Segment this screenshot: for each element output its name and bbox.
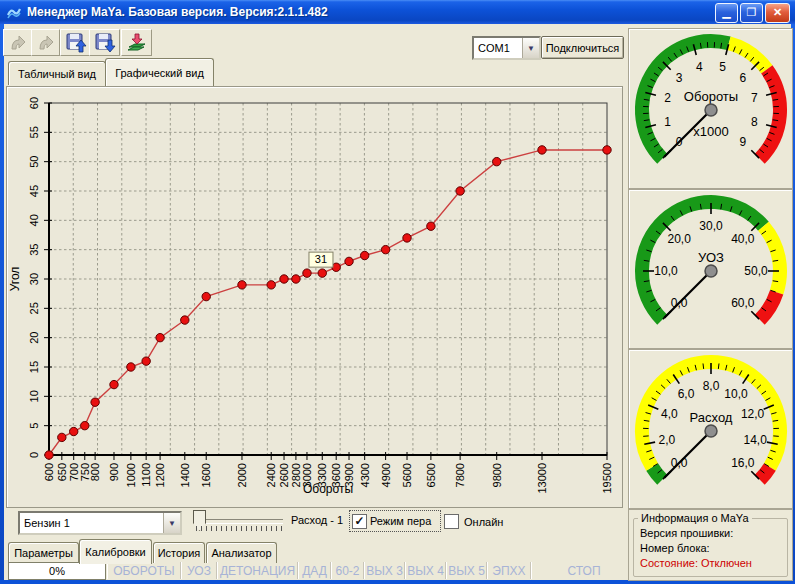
redo-button[interactable] — [31, 29, 60, 56]
data-point — [303, 269, 311, 277]
app-window: { "window": { "title": "Менеджер MaYa. Б… — [0, 0, 795, 584]
consumption-gauge: 0,02,04,06,08,010,012,014,016,0Расход — [629, 350, 790, 506]
svg-text:600: 600 — [43, 463, 55, 481]
data-point — [403, 234, 411, 242]
window-title: Менеджер MaYa. Базовая версия. Версия:2.… — [27, 5, 328, 19]
data-point — [142, 357, 150, 365]
status-bar: ОБОРОТЫ УОЗ ДЕТОНАЦИЯ ДАД 60-2 ВЫХ 3 ВЫХ… — [107, 562, 637, 579]
chevron-down-icon[interactable]: ▼ — [163, 513, 180, 533]
pen-mode-checkbox[interactable]: ✓ Режим пера — [350, 511, 440, 531]
svg-text:x1000: x1000 — [693, 124, 728, 139]
gauge-uoz-panel: 0,010,020,030,040,050,060,0УОЗ — [628, 189, 793, 349]
svg-text:Угол: Угол — [8, 267, 22, 292]
online-checkbox-box[interactable] — [444, 514, 459, 529]
svg-text:14,0: 14,0 — [743, 433, 767, 447]
svg-text:Обороты: Обороты — [303, 482, 353, 496]
write-to-device-button[interactable] — [89, 29, 120, 56]
data-point — [456, 187, 464, 195]
online-label: Онлайн — [464, 516, 503, 528]
svg-text:1400: 1400 — [179, 463, 191, 487]
data-point — [156, 333, 164, 341]
tab-history[interactable]: История — [153, 542, 205, 563]
data-point — [381, 245, 389, 253]
svg-text:30,0: 30,0 — [699, 219, 723, 233]
apply-button[interactable] — [121, 29, 152, 56]
tab-graph-view[interactable]: Графический вид — [105, 58, 214, 86]
svg-text:35: 35 — [28, 244, 40, 256]
undo-button[interactable] — [3, 29, 32, 56]
svg-text:7: 7 — [751, 91, 758, 105]
tab-analyzer[interactable]: Анализатор — [206, 542, 277, 563]
data-point — [292, 275, 300, 283]
close-button[interactable]: ✕ — [765, 3, 790, 23]
calibration-curve-chart[interactable]: 6006507007508009001000110012001400160020… — [7, 87, 620, 505]
svg-text:Расход: Расход — [690, 410, 733, 425]
chevron-down-icon[interactable]: ▼ — [522, 38, 539, 58]
svg-text:31: 31 — [315, 253, 327, 265]
svg-text:6: 6 — [739, 71, 746, 85]
svg-text:650: 650 — [56, 463, 68, 481]
status-item-ephh: ЭПХХ — [487, 562, 531, 579]
svg-text:6,0: 6,0 — [678, 387, 695, 401]
app-logo-icon — [6, 4, 22, 20]
svg-text:4900: 4900 — [380, 463, 392, 487]
svg-text:30: 30 — [28, 273, 40, 285]
data-point — [127, 363, 135, 371]
consumption-slider-track[interactable] — [200, 519, 283, 524]
svg-text:2: 2 — [664, 91, 671, 105]
connect-button[interactable]: Подключиться — [541, 36, 624, 59]
connection-state-label: Состояние: Отключен — [640, 557, 752, 569]
data-point — [58, 433, 66, 441]
info-panel: Информация о MaYa Версия прошивки: Номер… — [628, 509, 793, 581]
svg-text:55: 55 — [28, 126, 40, 138]
svg-text:10,0: 10,0 — [724, 387, 748, 401]
gauge-needle — [664, 271, 711, 318]
calibration-chart-panel: 6006507007508009001000110012001400160020… — [6, 86, 623, 508]
gauge-consumption-panel: 0,02,04,06,08,010,012,014,016,0Расход — [628, 349, 793, 509]
svg-text:60,0: 60,0 — [731, 296, 755, 310]
svg-text:25: 25 — [28, 302, 40, 314]
online-checkbox[interactable]: Онлайн — [444, 514, 503, 529]
svg-text:10: 10 — [28, 390, 40, 402]
com-port-select[interactable]: COM1 ▼ — [472, 36, 541, 60]
pen-mode-checkbox-box[interactable]: ✓ — [352, 514, 367, 529]
window-border-left — [0, 24, 4, 584]
data-point — [267, 281, 275, 289]
svg-text:10,0: 10,0 — [654, 264, 678, 278]
data-point — [345, 257, 353, 265]
gauge-hub — [705, 425, 717, 437]
read-from-device-button[interactable] — [60, 29, 91, 56]
gauge-rpm-panel: 0123456789Оборотыx1000 — [628, 28, 793, 189]
tab-parameters[interactable]: Параметры — [8, 542, 79, 563]
status-item-out5: ВЫХ 5 — [446, 562, 487, 579]
maximize-button[interactable]: ❐ — [740, 3, 763, 23]
svg-text:12,0: 12,0 — [741, 407, 765, 421]
tab-table-view[interactable]: Табличный вид — [8, 61, 106, 85]
tab-calibrations[interactable]: Калибровки — [79, 539, 152, 564]
data-point — [538, 146, 546, 154]
svg-text:50,0: 50,0 — [744, 264, 768, 278]
com-port-value: COM1 — [474, 42, 522, 54]
svg-text:УОЗ: УОЗ — [698, 250, 724, 265]
uoz-gauge: 0,010,020,030,040,050,060,0УОЗ — [629, 190, 790, 346]
svg-text:15: 15 — [28, 361, 40, 373]
svg-text:1100: 1100 — [140, 463, 152, 487]
fuel-select[interactable]: Бензин 1 ▼ — [18, 511, 182, 535]
info-title: Информация о MaYa — [638, 512, 752, 524]
pen-mode-label: Режим пера — [370, 515, 431, 527]
svg-text:19500: 19500 — [601, 463, 613, 494]
svg-text:60: 60 — [28, 97, 40, 109]
svg-text:5: 5 — [28, 423, 40, 429]
data-point — [238, 281, 246, 289]
svg-text:45: 45 — [28, 185, 40, 197]
progress-indicator: 0% — [8, 562, 106, 580]
svg-text:9800: 9800 — [491, 463, 503, 487]
data-point — [280, 275, 288, 283]
svg-text:3: 3 — [676, 71, 683, 85]
svg-text:4: 4 — [696, 60, 703, 74]
svg-text:2400: 2400 — [265, 463, 277, 487]
block-number-label: Номер блока: — [640, 542, 710, 554]
firmware-version-label: Версия прошивки: — [640, 527, 733, 539]
data-point — [81, 421, 89, 429]
minimize-button[interactable]: ▁ — [715, 3, 738, 23]
